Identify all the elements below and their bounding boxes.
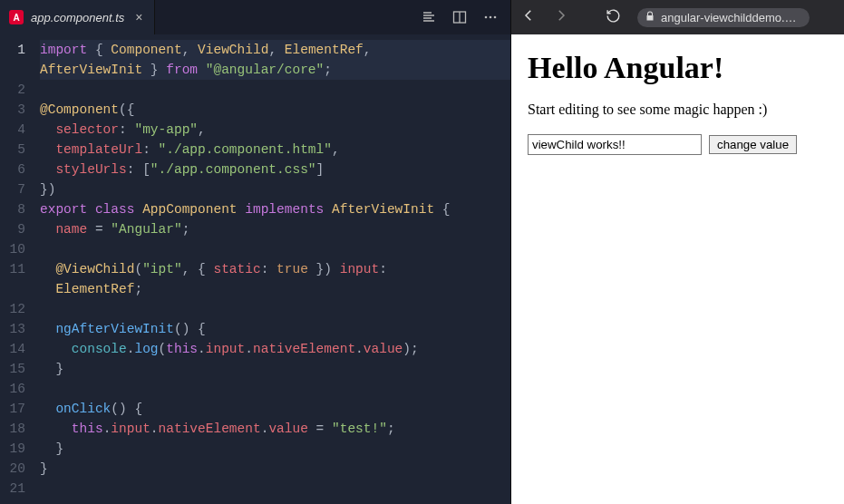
preview-pane: angular-viewchilddemo.s… Hello Angular! … (510, 0, 844, 504)
code-line[interactable]: } (40, 439, 510, 459)
code-line[interactable]: } (40, 459, 510, 479)
lock-icon (645, 11, 655, 24)
code-line[interactable]: @Component({ (40, 100, 510, 120)
code-line[interactable]: onClick() { (40, 399, 510, 419)
address-bar[interactable]: angular-viewchilddemo.s… (637, 8, 810, 27)
code-line[interactable]: AfterViewInit } from "@angular/core"; (40, 60, 510, 80)
browser-toolbar: angular-viewchilddemo.s… (511, 0, 844, 34)
demo-row: change value (528, 134, 828, 155)
url-text: angular-viewchilddemo.s… (661, 11, 800, 24)
code-line[interactable]: ElementRef; (40, 279, 510, 299)
tab-bar: A app.component.ts × (0, 0, 510, 34)
page-subtext: Start editing to see some magic happen :… (528, 102, 828, 118)
code-content[interactable]: import { Component, ViewChild, ElementRe… (40, 40, 510, 504)
code-line[interactable]: console.log(this.input.nativeElement.val… (40, 339, 510, 359)
page-heading: Hello Angular! (528, 51, 828, 85)
code-line[interactable] (40, 299, 510, 319)
code-line[interactable]: }) (40, 179, 510, 199)
back-icon[interactable] (520, 7, 537, 27)
code-line[interactable] (40, 479, 510, 499)
app-root: A app.component.ts × (0, 0, 844, 504)
angular-file-icon: A (9, 10, 24, 24)
code-line[interactable]: } (40, 359, 510, 379)
close-icon[interactable]: × (131, 10, 142, 24)
code-line[interactable]: name = "Angular"; (40, 219, 510, 239)
code-line[interactable] (40, 239, 510, 259)
preview-document: Hello Angular! Start editing to see some… (511, 34, 844, 504)
more-icon[interactable] (483, 10, 498, 24)
editor-title-actions (422, 10, 510, 24)
code-line[interactable]: templateUrl: "./app.component.html", (40, 140, 510, 160)
code-line[interactable] (40, 80, 510, 100)
forward-icon[interactable] (553, 7, 569, 27)
code-line[interactable]: selector: "my-app", (40, 120, 510, 140)
code-line[interactable]: this.input.nativeElement.value = "test!"… (40, 419, 510, 439)
format-icon[interactable] (422, 10, 436, 24)
tab-app-component[interactable]: A app.component.ts × (0, 0, 155, 34)
change-value-button[interactable]: change value (709, 135, 797, 154)
line-number-gutter: 123456789101112131415161718192021 (0, 40, 40, 504)
editor-pane: A app.component.ts × (0, 0, 510, 504)
code-area[interactable]: 123456789101112131415161718192021 import… (0, 34, 510, 504)
code-line[interactable]: @ViewChild("ipt", { static: true }) inpu… (40, 259, 510, 279)
reload-icon[interactable] (606, 8, 621, 27)
code-line[interactable]: ngAfterViewInit() { (40, 319, 510, 339)
code-line[interactable]: styleUrls: ["./app.component.css"] (40, 160, 510, 179)
viewchild-input[interactable] (528, 134, 702, 155)
tab-filename: app.component.ts (31, 11, 124, 24)
split-editor-icon[interactable] (452, 10, 467, 24)
svg-point-3 (494, 16, 497, 19)
svg-point-1 (485, 16, 488, 19)
code-line[interactable] (40, 379, 510, 399)
code-line[interactable]: import { Component, ViewChild, ElementRe… (40, 40, 510, 60)
svg-point-2 (490, 16, 492, 19)
code-line[interactable]: export class AppComponent implements Aft… (40, 199, 510, 219)
